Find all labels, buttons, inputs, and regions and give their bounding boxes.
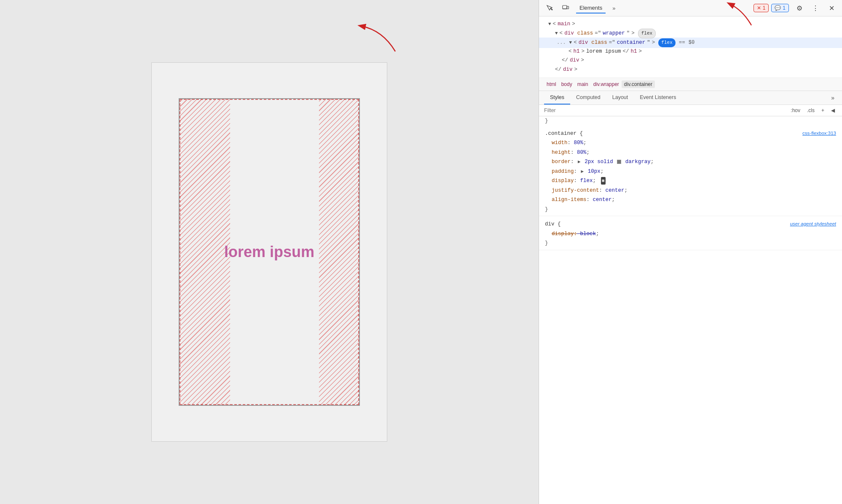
dom-line-h1[interactable]: <h1> lorem ipsum </h1> — [544, 47, 837, 56]
toggle-sidebar-button[interactable]: ◀ — [829, 107, 837, 114]
devtools-panel: Elements » ✕ 1 💬 1 ⚙ — [539, 0, 842, 504]
dom-line-wrapper[interactable]: ▼ <div class="wrapper" > flex — [544, 29, 837, 38]
css-prop-padding[interactable]: padding: ▶ 10px; — [545, 167, 836, 177]
inspect-element-button[interactable] — [544, 3, 555, 13]
css-rule-container: css-flexbox:313 .container { width: 80%;… — [539, 126, 842, 217]
css-prop-border[interactable]: border: ▶ 2px solid darkgray; — [545, 157, 836, 167]
css-partial-hint: } — [539, 116, 842, 126]
tab-event-listeners[interactable]: Event Listeners — [634, 91, 682, 105]
message-badge[interactable]: 💬 1 — [771, 4, 789, 12]
arrow-top-right — [357, 22, 400, 56]
dom-line-close-container[interactable]: </div> — [544, 56, 837, 65]
svg-rect-2 — [567, 6, 569, 9]
close-button[interactable]: ✕ — [826, 3, 837, 13]
badge-area: ✕ 1 💬 1 — [754, 4, 789, 12]
dom-line-container[interactable]: ... ▼ <div class="container" > flex == $… — [539, 38, 842, 48]
tab-computed[interactable]: Computed — [570, 91, 606, 105]
breadcrumb-main[interactable]: main — [575, 80, 591, 88]
error-badge[interactable]: ✕ 1 — [754, 4, 769, 12]
hatch-right — [319, 99, 359, 405]
css-prop-align-items[interactable]: align-items: center; — [545, 195, 836, 205]
css-prop-justify-content[interactable]: justify-content: center; — [545, 186, 836, 196]
filter-input[interactable] — [544, 107, 785, 113]
css-prop-display-block[interactable]: display: block; — [545, 229, 836, 239]
css-prop-height[interactable]: height: 80%; — [545, 148, 836, 158]
hatch-left — [180, 99, 230, 405]
breadcrumb-html[interactable]: html — [544, 80, 559, 88]
border-color-swatch — [617, 160, 621, 164]
css-rule-header: css-flexbox:313 .container { — [545, 129, 836, 139]
filter-bar: :hov .cls + ◀ — [539, 105, 842, 116]
css-prop-display[interactable]: display: flex; ▦ — [545, 176, 836, 186]
css-rule-close: } — [545, 205, 836, 214]
browser-preview: lorem ipsum — [0, 0, 539, 504]
device-toolbar-button[interactable] — [560, 3, 571, 13]
hov-button[interactable]: :hov — [788, 107, 802, 114]
css-rule-div-close: } — [545, 239, 836, 248]
devtools-header: Elements » ✕ 1 💬 1 ⚙ — [539, 0, 842, 16]
breadcrumb-container[interactable]: div.container — [622, 80, 655, 88]
css-prop-width[interactable]: width: 80%; — [545, 138, 836, 148]
more-options-button[interactable]: ⋮ — [810, 3, 821, 13]
filter-actions: :hov .cls + ◀ — [788, 107, 837, 114]
page-wrapper: lorem ipsum — [151, 62, 387, 442]
css-rule-div: user agent stylesheet div { display: blo… — [539, 216, 842, 250]
flex-layout-icon[interactable]: ▦ — [601, 177, 606, 185]
container-box: lorem ipsum — [179, 98, 360, 406]
dom-tree: ▼ <main> ▼ <div class="wrapper" > flex .… — [539, 16, 842, 78]
css-selector-div: div { — [545, 221, 561, 227]
more-tabs[interactable]: » — [611, 3, 617, 13]
dom-line-main[interactable]: ▼ <main> — [544, 20, 837, 29]
css-selector-container: .container { — [545, 131, 583, 137]
cls-button[interactable]: .cls — [805, 107, 817, 114]
svg-rect-1 — [563, 5, 567, 9]
breadcrumb-bar: html body main div.wrapper div.container — [539, 78, 842, 91]
elements-tab[interactable]: Elements — [576, 3, 606, 13]
css-panel: } css-flexbox:313 .container { width: 80… — [539, 116, 842, 504]
css-source-user-agent: user agent stylesheet — [790, 220, 836, 228]
tab-more[interactable]: » — [829, 92, 837, 104]
css-rule-div-header: user agent stylesheet div { — [545, 220, 836, 229]
add-style-button[interactable]: + — [819, 107, 826, 114]
settings-button[interactable]: ⚙ — [794, 3, 805, 13]
tab-layout[interactable]: Layout — [606, 91, 634, 105]
breadcrumb-wrapper[interactable]: div.wrapper — [591, 80, 622, 88]
dom-line-close-wrapper[interactable]: </div> — [544, 65, 837, 74]
breadcrumb-body[interactable]: body — [559, 80, 575, 88]
lorem-ipsum-text: lorem ipsum — [224, 243, 314, 261]
panel-tabs: Styles Computed Layout Event Listeners » — [539, 91, 842, 105]
tab-styles[interactable]: Styles — [544, 91, 570, 105]
css-source-container[interactable]: css-flexbox:313 — [802, 129, 836, 138]
